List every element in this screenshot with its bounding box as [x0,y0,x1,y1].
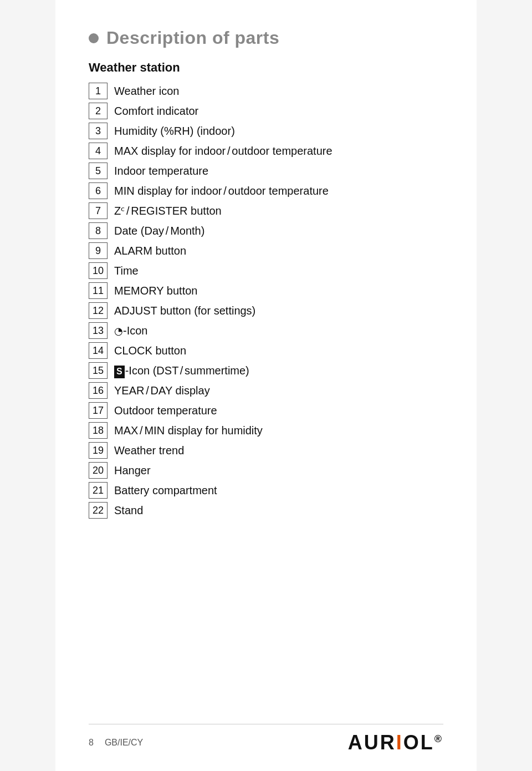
item-number: 16 [89,382,108,399]
list-item: 6MIN display for indoor / outdoor temper… [89,182,443,199]
item-number: 2 [89,103,108,119]
item-label: MAX / MIN display for humidity [114,422,263,439]
list-item: 14CLOCK button [89,342,443,359]
brand-a1: A [348,731,364,754]
list-item: 12ADJUST button (for settings) [89,302,443,319]
item-label: Time [114,262,139,279]
item-label: Indoor temperature [114,163,208,179]
item-label: Weather icon [114,83,179,99]
list-item: 1Weather icon [89,83,443,99]
locale: GB/IE/CY [105,738,143,748]
item-label: YEAR / DAY display [114,382,210,399]
radio-icon: ◔ [114,326,123,337]
item-number: 22 [89,502,108,519]
item-label: Humidity (%RH) (indoor) [114,123,235,139]
item-label: Battery compartment [114,482,217,499]
list-item: 20Hanger [89,462,443,479]
list-item: 22Stand [89,502,443,519]
section-header: Description of parts [89,28,443,48]
list-item: 13◔-Icon [89,322,443,339]
list-item: 8Date (Day / Month) [89,222,443,239]
item-label: MAX display for indoor / outdoor tempera… [114,143,332,159]
brand-o2: O [403,731,421,754]
list-item: 17Outdoor temperature [89,402,443,419]
list-item: 19Weather trend [89,442,443,459]
item-label: Comfort indicator [114,103,198,119]
list-item: 21Battery compartment [89,482,443,499]
item-label: MIN display for indoor / outdoor tempera… [114,182,329,199]
item-number: 10 [89,262,108,279]
item-number: 13 [89,322,108,339]
item-number: 15 [89,362,108,379]
item-number: 18 [89,422,108,439]
item-number: 19 [89,442,108,459]
list-item: 5Indoor temperature [89,163,443,179]
item-label: Outdoor temperature [114,402,217,419]
item-label: ◔-Icon [114,322,147,339]
page-number: 8 [89,738,94,748]
footer: 8 GB/IE/CY AURIOL® [89,724,443,754]
item-number: 8 [89,222,108,239]
list-item: 18MAX / MIN display for humidity [89,422,443,439]
item-number: 1 [89,83,108,99]
item-label: S-Icon (DST / summertime) [114,362,249,379]
item-number: 21 [89,482,108,499]
list-item: 15S-Icon (DST / summertime) [89,362,443,379]
item-number: 7 [89,202,108,219]
brand-u: U [364,731,380,754]
footer-left: 8 GB/IE/CY [89,738,143,748]
brand-o: I [396,731,403,754]
section-title: Description of parts [106,28,279,48]
list-item: 10Time [89,262,443,279]
item-number: 3 [89,123,108,139]
subsection-title: Weather station [89,60,443,75]
item-label: Hanger [114,462,151,479]
item-label: ALARM button [114,242,186,259]
item-number: 12 [89,302,108,319]
item-number: 4 [89,143,108,159]
item-label: MEMORY button [114,282,197,299]
bullet-icon [89,33,99,43]
item-number: 5 [89,163,108,179]
brand-l: L [421,731,434,754]
list-item: 9ALARM button [89,242,443,259]
brand-logo: AURIOL® [348,731,443,754]
list-item: 3Humidity (%RH) (indoor) [89,123,443,139]
list-item: 7Zᶜ / REGISTER button [89,202,443,219]
item-label: CLOCK button [114,342,186,359]
item-number: 6 [89,182,108,199]
item-number: 17 [89,402,108,419]
item-number: 9 [89,242,108,259]
item-label: ADJUST button (for settings) [114,302,255,319]
list-item: 4MAX display for indoor / outdoor temper… [89,143,443,159]
list-item: 11MEMORY button [89,282,443,299]
list-item: 16YEAR / DAY display [89,382,443,399]
item-number: 11 [89,282,108,299]
item-label: Date (Day / Month) [114,222,204,239]
brand-registered: ® [434,733,443,744]
brand-r: R [380,731,396,754]
item-label: Zᶜ / REGISTER button [114,202,222,219]
list-item: 2Comfort indicator [89,103,443,119]
parts-list: 1Weather icon2Comfort indicator3Humidity… [89,83,443,519]
item-label: Weather trend [114,442,184,459]
s-icon: S [114,366,125,378]
page: Description of parts Weather station 1We… [55,0,477,771]
item-label: Stand [114,502,143,519]
item-number: 20 [89,462,108,479]
item-number: 14 [89,342,108,359]
